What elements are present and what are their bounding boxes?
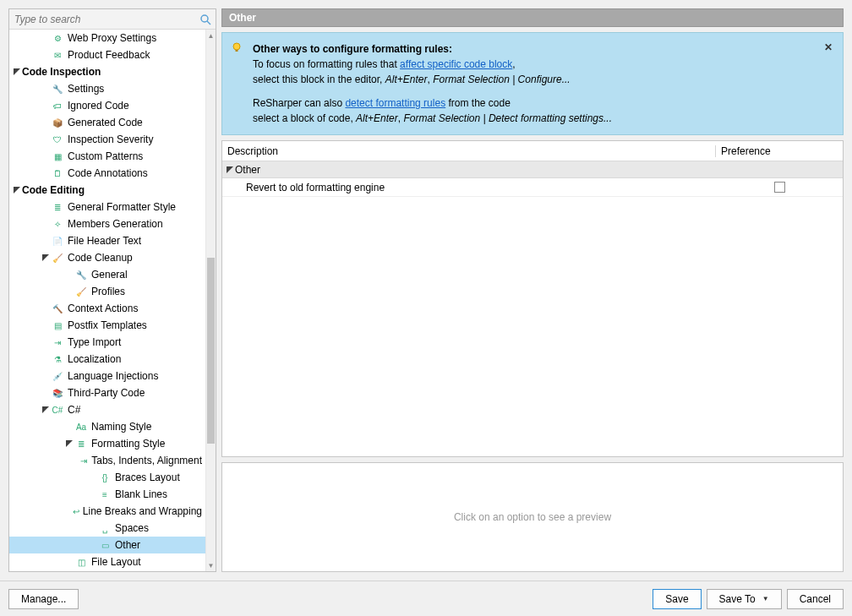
- search-input[interactable]: [13, 13, 199, 26]
- format-icon: ≣: [51, 200, 64, 214]
- scroll-down-icon[interactable]: ▼: [206, 559, 216, 571]
- twisty-blank: [41, 34, 50, 42]
- row-checkbox[interactable]: [774, 182, 785, 193]
- gen-icon: ✧: [51, 217, 64, 231]
- close-icon[interactable]: ✕: [824, 40, 836, 52]
- save-button[interactable]: Save: [653, 589, 701, 609]
- twisty-blank: [41, 51, 50, 59]
- broom-icon: 🧹: [74, 285, 88, 298]
- flask-icon: ⚗: [51, 352, 64, 366]
- tree-item-code-inspection[interactable]: Code Inspection: [9, 63, 205, 80]
- tree-item-profiles[interactable]: 🧹Profiles: [9, 283, 205, 300]
- tree-item-braces-layout[interactable]: {}Braces Layout: [9, 469, 205, 486]
- wrap-icon: ↩: [73, 504, 79, 518]
- row-description: Revert to old formatting engine: [222, 182, 716, 194]
- table-body: Other Revert to old formatting engine: [222, 161, 843, 456]
- table-header: Description Preference: [222, 141, 843, 161]
- table-group-other[interactable]: Other: [222, 161, 843, 178]
- tree-item-language-injections[interactable]: 💉Language Injections: [9, 368, 205, 384]
- search-icon[interactable]: [199, 13, 212, 26]
- chevron-down-icon: [226, 166, 234, 174]
- tree-item-spaces[interactable]: ␣Spaces: [9, 520, 205, 537]
- preview-text: Click on an option to see a preview: [454, 511, 611, 523]
- tree-item-label: Braces Layout: [115, 472, 180, 483]
- tree-item-label: Members Generation: [68, 218, 163, 230]
- tree-item-context-actions[interactable]: 🔨Context Actions: [9, 300, 205, 317]
- tree-item-settings[interactable]: 🔧Settings: [9, 80, 205, 97]
- layout-icon: ◫: [74, 555, 88, 569]
- twisty-blank: [89, 524, 97, 532]
- tree-item-localization[interactable]: ⚗Localization: [9, 351, 205, 368]
- twisty-blank: [41, 169, 50, 177]
- scrollbar[interactable]: ▲ ▼: [205, 30, 216, 571]
- page-icon: ▤: [51, 319, 64, 332]
- twisty-blank: [41, 304, 50, 313]
- link-detect-rules[interactable]: detect formatting rules: [345, 97, 445, 109]
- tree-item-custom-patterns[interactable]: ▦Custom Patterns: [9, 148, 205, 165]
- tree-item-general-formatter-style[interactable]: ≣General Formatter Style: [9, 199, 205, 215]
- tree-item-members-generation[interactable]: ✧Members Generation: [9, 215, 205, 232]
- scroll-up-icon[interactable]: ▲: [206, 30, 216, 41]
- tree-item-third-party-code[interactable]: 📚Third-Party Code: [9, 384, 205, 401]
- note-icon: 🗒: [51, 166, 64, 180]
- tree-item-label: Line Breaks and Wrapping: [83, 505, 202, 517]
- tree-item-label: Code Editing: [22, 184, 85, 196]
- tree-item-file-header-text[interactable]: 📄File Header Text: [9, 232, 205, 249]
- twisty-blank: [41, 152, 50, 161]
- tree-item-ignored-code[interactable]: 🏷Ignored Code: [9, 97, 205, 114]
- twisty-blank: [68, 507, 72, 515]
- wrench2-icon: 🔧: [74, 268, 88, 281]
- twisty-blank: [41, 84, 50, 93]
- tree-item-label: General: [91, 269, 128, 281]
- tree-item-blank-lines[interactable]: ≡Blank Lines: [9, 486, 205, 503]
- col-description[interactable]: Description: [222, 145, 716, 157]
- tree-item-file-layout[interactable]: ◫File Layout: [9, 553, 205, 570]
- tree-item-label: Context Actions: [68, 303, 138, 314]
- wrench-icon: 🔧: [51, 82, 64, 95]
- lightbulb-icon: [231, 41, 243, 57]
- tree-item-inspection-severity[interactable]: 🛡Inspection Severity: [9, 131, 205, 148]
- tree-item-product-feedback[interactable]: ✉Product Feedback: [9, 46, 205, 63]
- info-line4: select a block of code, Alt+Enter, Forma…: [253, 111, 833, 126]
- save-to-button[interactable]: Save To▼: [707, 589, 782, 609]
- chevron-down-icon[interactable]: [13, 68, 21, 76]
- tree-item-general[interactable]: 🔧General: [9, 266, 205, 283]
- link-affect-block[interactable]: affect specific code block: [400, 58, 512, 70]
- other-icon: ▭: [98, 538, 112, 552]
- table-row[interactable]: Revert to old formatting engine: [222, 178, 843, 197]
- chevron-down-icon[interactable]: [41, 253, 50, 262]
- tree-item-type-import[interactable]: ⇥Type Import: [9, 334, 205, 351]
- scroll-thumb[interactable]: [207, 258, 215, 444]
- tree-item-code-editing[interactable]: Code Editing: [9, 182, 205, 199]
- manage-button[interactable]: Manage...: [8, 589, 79, 609]
- chevron-down-icon[interactable]: [41, 406, 50, 414]
- tree-item-tabs-indents-alignment[interactable]: ⇥Tabs, Indents, Alignment: [9, 452, 205, 469]
- tree-item-postfix-templates[interactable]: ▤Postfix Templates: [9, 317, 205, 334]
- twisty-blank: [41, 355, 50, 363]
- tree-item-label: Code Inspection: [22, 66, 101, 78]
- chevron-down-icon[interactable]: [65, 439, 74, 448]
- tree-item-other[interactable]: ▭Other: [9, 537, 205, 553]
- tree-item-line-breaks-and-wrapping[interactable]: ↩Line Breaks and Wrapping: [9, 503, 205, 520]
- tree-item-label: Postfix Templates: [68, 319, 147, 331]
- tree-item-naming-style[interactable]: AaNaming Style: [9, 418, 205, 435]
- braces-icon: {}: [98, 471, 112, 484]
- import-icon: ⇥: [51, 335, 64, 349]
- tree-item-label: Formatting Style: [91, 438, 165, 450]
- tree-item-c-[interactable]: C#C#: [9, 401, 205, 418]
- cancel-button[interactable]: Cancel: [787, 589, 844, 609]
- col-preference[interactable]: Preference: [716, 145, 843, 157]
- group-label: Other: [235, 164, 260, 176]
- tree-item-code-cleanup[interactable]: 🧹Code Cleanup: [9, 249, 205, 266]
- footer: Manage... Save Save To▼ Cancel: [0, 581, 852, 616]
- tree-item-code-annotations[interactable]: 🗒Code Annotations: [9, 165, 205, 182]
- tree-item-web-proxy-settings[interactable]: ⚙Web Proxy Settings: [9, 30, 205, 46]
- tree-item-formatting-style[interactable]: ≣Formatting Style: [9, 435, 205, 452]
- tree-item-generated-code[interactable]: 📦Generated Code: [9, 114, 205, 131]
- options-tree[interactable]: ⚙Web Proxy Settings✉Product FeedbackCode…: [9, 30, 205, 571]
- tree-item-label: Settings: [68, 83, 104, 95]
- chevron-down-icon[interactable]: [13, 186, 21, 194]
- format-icon: ≣: [74, 437, 88, 450]
- blank-icon: ≡: [98, 488, 112, 501]
- info-box: ✕ Other ways to configure formatting rul…: [221, 32, 844, 135]
